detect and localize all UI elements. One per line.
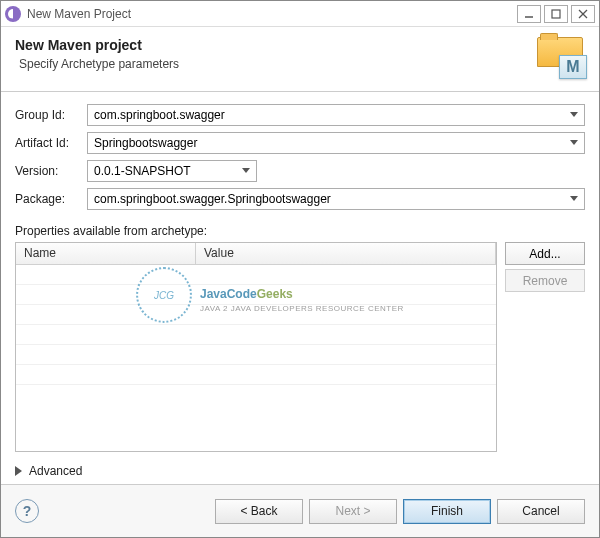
minimize-button[interactable] bbox=[517, 5, 541, 23]
version-value: 0.0.1-SNAPSHOT bbox=[94, 164, 238, 178]
svg-marker-8 bbox=[15, 466, 22, 476]
group-id-label: Group Id: bbox=[15, 108, 87, 122]
chevron-down-icon[interactable] bbox=[566, 189, 582, 209]
maximize-button[interactable] bbox=[544, 5, 568, 23]
package-label: Package: bbox=[15, 192, 87, 206]
button-bar: ? < Back Next > Finish Cancel bbox=[1, 485, 599, 537]
triangle-right-icon bbox=[15, 466, 23, 476]
window-title: New Maven Project bbox=[27, 7, 514, 21]
advanced-label: Advanced bbox=[29, 464, 82, 478]
column-header-value[interactable]: Value bbox=[196, 243, 496, 264]
cancel-button[interactable]: Cancel bbox=[497, 499, 585, 524]
chevron-down-icon[interactable] bbox=[238, 161, 254, 181]
page-title: New Maven project bbox=[15, 37, 537, 53]
next-button: Next > bbox=[309, 499, 397, 524]
svg-marker-7 bbox=[570, 196, 578, 201]
chevron-down-icon[interactable] bbox=[566, 105, 582, 125]
svg-marker-4 bbox=[570, 112, 578, 117]
advanced-toggle[interactable]: Advanced bbox=[15, 464, 585, 478]
version-field[interactable]: 0.0.1-SNAPSHOT bbox=[87, 160, 257, 182]
finish-button[interactable]: Finish bbox=[403, 499, 491, 524]
chevron-down-icon[interactable] bbox=[566, 133, 582, 153]
artifact-id-value: Springbootswagger bbox=[94, 136, 566, 150]
wizard-header: New Maven project Specify Archetype para… bbox=[1, 27, 599, 92]
version-label: Version: bbox=[15, 164, 87, 178]
add-button[interactable]: Add... bbox=[505, 242, 585, 265]
properties-section-label: Properties available from archetype: bbox=[15, 224, 585, 238]
table-header: Name Value bbox=[16, 243, 496, 265]
table-body[interactable]: JCG JavaCodeGeeks Java 2 Java Developers… bbox=[16, 265, 496, 451]
group-id-field[interactable]: com.springboot.swagger bbox=[87, 104, 585, 126]
svg-rect-1 bbox=[552, 10, 560, 18]
window-titlebar: New Maven Project bbox=[1, 1, 599, 27]
help-icon[interactable]: ? bbox=[15, 499, 39, 523]
maven-badge: M bbox=[559, 55, 587, 79]
back-button[interactable]: < Back bbox=[215, 499, 303, 524]
properties-table[interactable]: Name Value JCG JavaCodeGeeks Java 2 Java… bbox=[15, 242, 497, 452]
wizard-icon: M bbox=[537, 37, 585, 77]
group-id-value: com.springboot.swagger bbox=[94, 108, 566, 122]
remove-button: Remove bbox=[505, 269, 585, 292]
artifact-id-label: Artifact Id: bbox=[15, 136, 87, 150]
svg-marker-6 bbox=[242, 168, 250, 173]
close-button[interactable] bbox=[571, 5, 595, 23]
package-field[interactable]: com.springboot.swagger.Springbootswagger bbox=[87, 188, 585, 210]
app-icon bbox=[5, 6, 21, 22]
form-area: Group Id: com.springboot.swagger Artifac… bbox=[1, 92, 599, 484]
svg-marker-5 bbox=[570, 140, 578, 145]
column-header-name[interactable]: Name bbox=[16, 243, 196, 264]
package-value: com.springboot.swagger.Springbootswagger bbox=[94, 192, 566, 206]
artifact-id-field[interactable]: Springbootswagger bbox=[87, 132, 585, 154]
page-subtitle: Specify Archetype parameters bbox=[15, 57, 537, 71]
